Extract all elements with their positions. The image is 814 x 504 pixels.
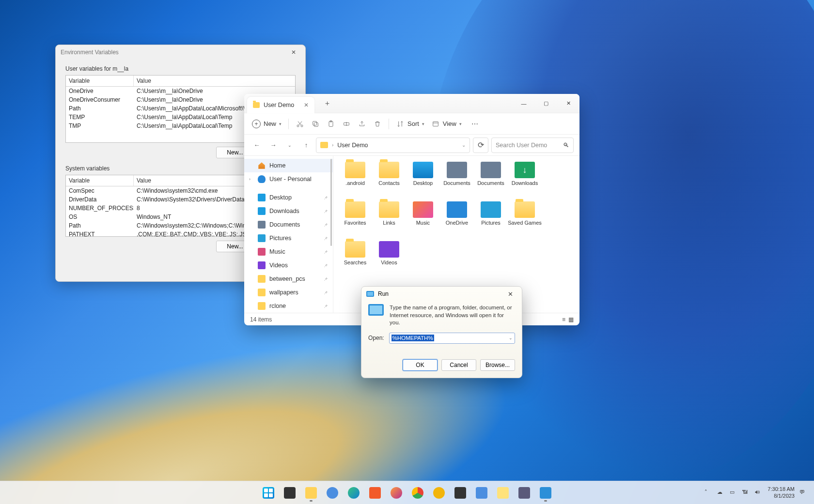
file-item[interactable]: Documents: [440, 162, 474, 199]
file-item[interactable]: Pictures: [474, 201, 508, 239]
close-tab-icon[interactable]: ✕: [304, 102, 309, 108]
maximize-button[interactable]: ▢: [535, 94, 557, 113]
sidebar-item[interactable]: between_pcs📌︎: [244, 272, 333, 286]
clock[interactable]: 7:30:18 AM 8/1/2023: [767, 486, 795, 499]
screenshot-taskbar-icon[interactable]: [515, 483, 534, 503]
folder-icon: [379, 201, 399, 218]
file-item[interactable]: .android: [338, 162, 372, 199]
minimize-button[interactable]: —: [513, 94, 535, 113]
sidebar-item[interactable]: Desktop📌︎: [244, 191, 333, 204]
close-button[interactable]: ✕: [557, 94, 579, 113]
refresh-button[interactable]: ⟳: [473, 137, 488, 153]
run-title: Run: [378, 290, 389, 297]
sidebar-item[interactable]: Downloads📌︎: [244, 204, 333, 218]
back-button[interactable]: ←: [250, 138, 264, 152]
file-item[interactable]: ↓Downloads: [508, 162, 542, 199]
volume-tray-icon[interactable]: 🔊︎: [755, 489, 763, 497]
brave-taskbar-icon[interactable]: [365, 483, 385, 503]
wifi-tray-icon[interactable]: 📶︎: [742, 489, 750, 497]
run-ok-button[interactable]: OK: [403, 359, 438, 371]
forward-button[interactable]: →: [266, 138, 280, 152]
notifications-tray-icon[interactable]: 💬︎: [799, 489, 807, 497]
file-label: Desktop: [413, 180, 433, 186]
sidebar-item[interactable]: wallpapers📌︎: [244, 286, 333, 299]
todo-taskbar-icon[interactable]: [472, 483, 491, 503]
open-input[interactable]: %HOMEPATH% ⌄: [389, 333, 515, 344]
sidebar-item[interactable]: Music📌︎: [244, 245, 333, 259]
onedrive-tray-icon[interactable]: ☁: [717, 489, 725, 497]
explorer-taskbar-icon[interactable]: [301, 483, 321, 503]
paste-icon[interactable]: [327, 120, 335, 128]
settings-taskbar-icon[interactable]: [323, 483, 342, 503]
address-bar[interactable]: › User Demo ⌄: [316, 137, 470, 153]
file-item[interactable]: Contacts: [372, 162, 406, 199]
run-browse-button[interactable]: Browse...: [480, 359, 515, 371]
sidebar-item-home[interactable]: Home: [244, 159, 333, 172]
share-icon[interactable]: [358, 120, 366, 128]
file-item[interactable]: Videos: [372, 241, 406, 279]
more-icon[interactable]: ⋯: [470, 120, 479, 128]
rename-icon[interactable]: [342, 120, 351, 128]
app-taskbar-icon[interactable]: [536, 483, 555, 503]
delete-icon[interactable]: [373, 120, 382, 128]
system-tray: ˄ ☁ ▭ 📶︎ 🔊︎ 7:30:18 AM 8/1/2023 💬︎: [704, 486, 814, 499]
explorer-tab[interactable]: User Demo ✕: [247, 97, 314, 113]
sidebar-item[interactable]: rclone📌︎: [244, 299, 333, 313]
vid-icon: [258, 261, 266, 269]
chevron-down-icon[interactable]: ⌄: [462, 142, 466, 148]
edge-taskbar-icon[interactable]: [344, 483, 363, 503]
fold-icon: [258, 289, 266, 296]
plus-icon: +: [252, 120, 261, 128]
tray-chevron-icon[interactable]: ˄: [704, 489, 712, 497]
copy-icon[interactable]: [311, 120, 320, 128]
folder-icon: [379, 241, 399, 258]
thumbnails-view-icon[interactable]: ▦: [568, 316, 574, 323]
breadcrumb[interactable]: User Demo: [337, 142, 368, 149]
pin-icon: 📌︎: [323, 276, 328, 282]
task-view-button[interactable]: [280, 483, 299, 503]
close-icon[interactable]: ✕: [503, 289, 517, 299]
new-button[interactable]: + New ▾: [252, 120, 282, 128]
close-icon[interactable]: ✕: [287, 46, 300, 58]
terminal-taskbar-icon[interactable]: [451, 483, 470, 503]
chevron-down-icon[interactable]: ⌄: [509, 336, 513, 340]
sidebar-item[interactable]: Pictures📌︎: [244, 231, 333, 245]
chrome-taskbar-icon[interactable]: [408, 483, 427, 503]
file-item[interactable]: Searches: [338, 241, 372, 279]
new-tab-button[interactable]: ＋: [320, 97, 334, 110]
file-item[interactable]: Desktop: [406, 162, 440, 199]
notes-taskbar-icon[interactable]: [493, 483, 513, 503]
home-icon: [258, 162, 266, 169]
sidebar-item[interactable]: Videos📌︎: [244, 259, 333, 272]
file-item[interactable]: Music: [406, 201, 440, 239]
folder-icon: [515, 201, 535, 218]
sidebar-item-user[interactable]: ›User - Personal: [244, 172, 333, 186]
file-item[interactable]: Documents: [474, 162, 508, 199]
col-variable[interactable]: Variable: [66, 175, 134, 186]
recent-button[interactable]: ⌄: [283, 138, 297, 152]
sort-button[interactable]: Sort▾: [396, 120, 424, 128]
col-variable[interactable]: Variable: [66, 76, 134, 86]
file-item[interactable]: OneDrive: [440, 201, 474, 239]
view-button[interactable]: View▾: [431, 120, 462, 128]
language-tray-icon[interactable]: ▭: [730, 489, 737, 497]
pin-icon: 📌︎: [323, 209, 328, 214]
file-item[interactable]: Favorites: [338, 201, 372, 239]
search-box[interactable]: Search User Demo 🔍︎: [491, 137, 574, 153]
start-button[interactable]: [259, 483, 278, 503]
up-button[interactable]: ↑: [299, 138, 313, 152]
col-value[interactable]: Value: [134, 76, 295, 86]
file-label: Links: [383, 220, 395, 226]
open-label: Open:: [368, 335, 384, 341]
run-description: Type the name of a program, folder, docu…: [390, 304, 515, 327]
cut-icon[interactable]: [296, 120, 304, 128]
canary-taskbar-icon[interactable]: [429, 483, 449, 503]
sidebar-item[interactable]: Documents📌︎: [244, 218, 333, 231]
file-item[interactable]: Links: [372, 201, 406, 239]
pin-icon: 📌︎: [323, 290, 328, 295]
firefox-taskbar-icon[interactable]: [387, 483, 406, 503]
file-item[interactable]: Saved Games: [508, 201, 542, 239]
details-view-icon[interactable]: ≡: [562, 316, 565, 323]
run-cancel-button[interactable]: Cancel: [441, 359, 476, 371]
chevron-right-icon[interactable]: ›: [249, 177, 250, 182]
